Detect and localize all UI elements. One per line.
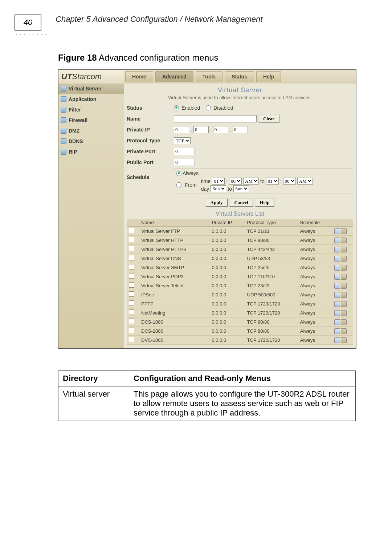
row-sched: Always: [298, 254, 332, 263]
delete-icon[interactable]: [341, 337, 347, 343]
row-proto: TCP 80/80: [245, 317, 298, 327]
sidebar-label: RIP: [69, 149, 77, 155]
row-checkbox[interactable]: [129, 237, 134, 242]
list-title: Virtual Servers List: [127, 211, 353, 217]
public-port-input[interactable]: [174, 159, 195, 166]
bullet-icon: [61, 117, 66, 123]
always-text: Always: [183, 170, 199, 176]
row-checkbox[interactable]: [129, 309, 134, 315]
row-sched: Always: [298, 290, 332, 299]
delete-icon[interactable]: [341, 238, 347, 243]
radio-enabled[interactable]: [174, 105, 179, 110]
tab-tools[interactable]: Tools: [196, 71, 222, 82]
ip-b-input[interactable]: [193, 126, 209, 133]
row-checkbox[interactable]: [129, 300, 134, 306]
edit-icon[interactable]: [334, 310, 340, 316]
radio-disabled[interactable]: [206, 105, 211, 110]
apply-button[interactable]: Apply: [205, 198, 228, 207]
ampm1-select[interactable]: AM: [243, 178, 259, 185]
sidebar-item-filter[interactable]: Filter: [58, 105, 124, 115]
sidebar-item-dmz[interactable]: DMZ: [58, 126, 124, 136]
row-ip: 0.0.0.0: [209, 317, 245, 327]
row-checkbox[interactable]: [129, 246, 134, 251]
edit-icon[interactable]: [334, 265, 340, 271]
name-input[interactable]: [174, 115, 257, 122]
delete-icon[interactable]: [341, 292, 347, 298]
sidebar-item-rip[interactable]: RIP: [58, 147, 124, 157]
day2-select[interactable]: Sun: [233, 185, 249, 192]
edit-icon[interactable]: [334, 247, 340, 252]
delete-icon[interactable]: [341, 228, 347, 234]
row-name: Virtual Server SMTP: [139, 263, 209, 272]
sidebar-item-virtual-server[interactable]: Virtual Server: [58, 84, 124, 94]
min2-select[interactable]: 00: [283, 178, 296, 185]
edit-icon[interactable]: [334, 256, 340, 262]
page-number: 40: [15, 15, 41, 31]
ip-d-input[interactable]: [233, 126, 248, 133]
delete-icon[interactable]: [341, 274, 347, 280]
ip-a-input[interactable]: [174, 126, 189, 133]
edit-icon[interactable]: [334, 274, 340, 280]
row-name: NetMeeting: [139, 308, 209, 317]
row-name: IPSec: [139, 290, 209, 299]
delete-icon[interactable]: [341, 319, 347, 325]
delete-icon[interactable]: [341, 247, 347, 252]
edit-icon[interactable]: [334, 319, 340, 325]
delete-icon[interactable]: [341, 310, 347, 316]
tab-advanced[interactable]: Advanced: [155, 71, 193, 82]
delete-icon[interactable]: [341, 301, 347, 307]
hour2-select[interactable]: 01: [266, 178, 279, 185]
table-row: Virtual Server DNS0.0.0.0UDP 53/53Always: [127, 254, 353, 263]
table-row: DVC-10000.0.0.0TCP 1720/1720Always: [127, 336, 353, 345]
edit-icon[interactable]: [334, 238, 340, 243]
tab-help[interactable]: Help: [256, 71, 281, 82]
delete-icon[interactable]: [341, 256, 347, 262]
radio-always[interactable]: [176, 171, 181, 176]
edit-icon[interactable]: [334, 337, 340, 343]
private-port-input[interactable]: [174, 148, 195, 155]
hour1-select[interactable]: 01: [212, 178, 225, 185]
row-checkbox[interactable]: [129, 337, 134, 342]
radio-from[interactable]: [176, 182, 181, 187]
edit-icon[interactable]: [334, 228, 340, 234]
help-button[interactable]: Help: [255, 198, 275, 207]
row-sched: Always: [298, 299, 332, 308]
day1-select[interactable]: Sun: [211, 185, 226, 192]
row-checkbox[interactable]: [129, 255, 134, 260]
row-sched: Always: [298, 281, 332, 290]
clear-button[interactable]: Clear: [258, 114, 279, 123]
sidebar-item-application[interactable]: Application: [58, 94, 124, 105]
ip-c-input[interactable]: [213, 126, 228, 133]
row-checkbox[interactable]: [129, 264, 134, 270]
section-note: Virtual Server is used to allow Internet…: [127, 95, 353, 100]
tab-home[interactable]: Home: [125, 71, 153, 82]
cancel-button[interactable]: Cancel: [229, 198, 253, 207]
disabled-text: Disabled: [213, 105, 233, 111]
row-checkbox[interactable]: [129, 291, 134, 297]
row-checkbox[interactable]: [129, 319, 134, 324]
delete-icon[interactable]: [341, 283, 347, 289]
protocol-select[interactable]: TCP: [174, 137, 191, 144]
edit-icon[interactable]: [334, 301, 340, 307]
row-checkbox[interactable]: [129, 273, 134, 279]
sidebar-item-ddns[interactable]: DDNS: [58, 136, 124, 147]
row-ip: 0.0.0.0: [209, 299, 245, 308]
delete-icon[interactable]: [341, 265, 347, 271]
min1-select[interactable]: 00: [229, 178, 242, 185]
edit-icon[interactable]: [334, 283, 340, 289]
sidebar-label: DMZ: [69, 128, 79, 134]
row-name: Virtual Server POP3: [139, 272, 209, 281]
label-status: Status: [127, 105, 174, 111]
edit-icon[interactable]: [334, 328, 340, 334]
row-checkbox[interactable]: [129, 228, 134, 233]
sidebar-item-firewall[interactable]: Firewall: [58, 115, 124, 126]
row-proto: TCP 80/80: [245, 236, 298, 245]
delete-icon[interactable]: [341, 328, 347, 334]
row-proto: TCP 21/21: [245, 227, 298, 236]
row-checkbox[interactable]: [129, 328, 134, 333]
tab-status[interactable]: Status: [225, 71, 254, 82]
time-label: time: [201, 178, 211, 184]
row-checkbox[interactable]: [129, 282, 134, 288]
edit-icon[interactable]: [334, 292, 340, 298]
ampm2-select[interactable]: AM: [297, 178, 313, 185]
